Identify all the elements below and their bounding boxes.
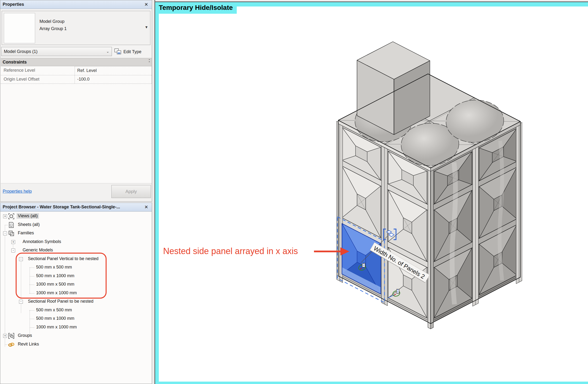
tree-item-views-all[interactable]: + Views (all) [1, 212, 151, 221]
tree-expander-icon[interactable]: + [3, 214, 7, 218]
constraints-title: Constraints [3, 60, 27, 65]
type-name: Array Group 1 [40, 25, 67, 32]
property-row-reference-level[interactable]: Reference Level Ref. Level [1, 66, 152, 75]
views-icon [8, 213, 15, 220]
properties-header: Properties ✕ [0, 0, 152, 9]
close-icon[interactable]: ✕ [143, 204, 149, 210]
groups-icon [8, 333, 15, 339]
properties-empty-area [1, 84, 152, 183]
sheets-icon [8, 222, 15, 228]
project-browser-title: Project Browser - Water Storage Tank-Sec… [3, 205, 143, 210]
tree-item-label: Revit Links [17, 341, 40, 347]
chevron-down-icon[interactable]: ▼ [145, 25, 148, 29]
tree-expander-icon[interactable]: - [19, 300, 23, 304]
edit-type-label: Edit Type [124, 49, 142, 54]
filter-combo-value: Model Groups (1) [4, 49, 38, 54]
tree-item-label: Annotation Symbols [21, 239, 62, 244]
chevron-down-icon: ⌄ [106, 49, 109, 54]
project-browser-tree: + Views (all) Sheets (all)- Families+Ann… [1, 212, 151, 383]
tree-item-500-mm-x-500-mm[interactable]: 500 mm x 500 mm [1, 306, 151, 315]
tree-item-sectional-roof-panel-to-be-nested[interactable]: -Sectional Roof Panel to be nested [1, 297, 151, 306]
red-highlight-annotation [16, 253, 106, 299]
tree-item-label: 500 mm x 1000 mm [35, 316, 76, 321]
property-name: Origin Level Offset [1, 75, 75, 84]
tree-item-revit-links[interactable]: Revit Links [1, 340, 151, 349]
properties-palette: Properties ✕ Model Group Array Group 1 ▼… [0, 0, 152, 202]
tree-item-label: Groups [17, 333, 33, 338]
tree-item-label: 500 mm x 500 mm [35, 307, 73, 313]
tree-item-families[interactable]: - Families [1, 229, 151, 238]
tree-item-label: Generic Models [21, 247, 54, 253]
tree-item-1000-mm-x-1000-mm[interactable]: 1000 mm x 1000 mm [1, 323, 151, 332]
revit-links-icon [8, 341, 15, 348]
tree-expander-icon[interactable]: - [3, 232, 7, 235]
type-family: Model Group [40, 18, 67, 25]
edit-type-icon [114, 48, 122, 55]
tree-item-sheets-all[interactable]: Sheets (all) [1, 221, 151, 229]
property-row-origin-level-offset[interactable]: Origin Level Offset -100.0 [1, 75, 152, 84]
tree-item-label: Views (all) [17, 213, 39, 219]
families-icon [8, 230, 15, 237]
tree-item-500-mm-x-1000-mm[interactable]: 500 mm x 1000 mm [1, 315, 151, 323]
tree-expander-icon[interactable]: + [11, 240, 15, 244]
drawing-area[interactable]: Temporary Hide/Isolate Width No. of Pa [152, 0, 588, 384]
tree-expander-icon[interactable]: - [11, 249, 15, 252]
project-browser-header: Project Browser - Water Storage Tank-Sec… [0, 203, 152, 212]
annotation-text: Nested side panel arrayed in x axis [163, 246, 298, 256]
water-tank-3d-model[interactable]: Width No. of Panels 2 [152, 0, 588, 384]
close-icon[interactable]: ✕ [143, 2, 149, 7]
tree-item-groups[interactable]: + Groups [1, 332, 151, 340]
tree-item-label: Families [17, 230, 35, 236]
property-value[interactable]: -100.0 [75, 75, 152, 84]
constraints-group-header[interactable]: Constraints ˆˆ [1, 58, 152, 66]
properties-help-link[interactable]: Properties help [3, 189, 32, 194]
element-filter-combo[interactable]: Model Groups (1) ⌄ [1, 47, 112, 56]
tree-item-annotation-symbols[interactable]: +Annotation Symbols [1, 238, 151, 246]
tree-item-label: 1000 mm x 1000 mm [35, 324, 78, 330]
properties-title: Properties [3, 2, 143, 7]
project-browser-palette: Project Browser - Water Storage Tank-Sec… [0, 203, 152, 384]
tree-item-label: Sectional Roof Panel to be nested [27, 299, 95, 304]
apply-button[interactable]: Apply [111, 185, 151, 198]
property-value[interactable]: Ref. Level [75, 66, 152, 75]
tree-item-label: Sheets (all) [17, 222, 41, 227]
edit-type-button[interactable]: Edit Type [112, 47, 144, 57]
collapse-icon[interactable]: ˆˆ [149, 60, 150, 64]
tree-expander-icon[interactable]: + [3, 334, 7, 338]
left-dock: Properties ✕ Model Group Array Group 1 ▼… [0, 0, 152, 384]
type-preview-image [4, 13, 35, 43]
property-name: Reference Level [1, 66, 75, 75]
type-selector[interactable]: Model Group Array Group 1 ▼ [2, 11, 150, 45]
